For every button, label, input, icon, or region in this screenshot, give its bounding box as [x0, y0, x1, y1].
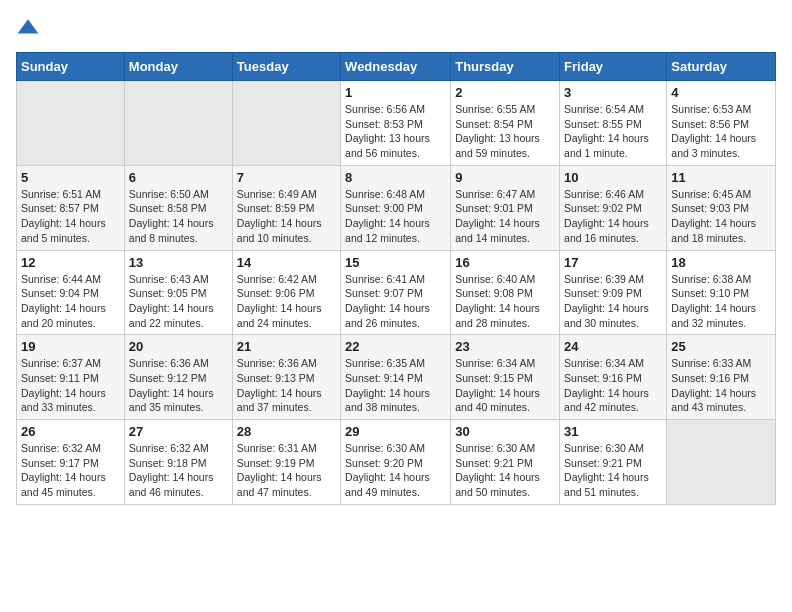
calendar-day-cell: 9Sunrise: 6:47 AMSunset: 9:01 PMDaylight…	[451, 165, 560, 250]
calendar-day-cell: 11Sunrise: 6:45 AMSunset: 9:03 PMDayligh…	[667, 165, 776, 250]
calendar-day-cell: 14Sunrise: 6:42 AMSunset: 9:06 PMDayligh…	[232, 250, 340, 335]
day-info: Sunrise: 6:38 AMSunset: 9:10 PMDaylight:…	[671, 272, 771, 331]
day-info: Sunrise: 6:46 AMSunset: 9:02 PMDaylight:…	[564, 187, 662, 246]
day-number: 2	[455, 85, 555, 100]
day-number: 3	[564, 85, 662, 100]
day-info: Sunrise: 6:30 AMSunset: 9:20 PMDaylight:…	[345, 441, 446, 500]
day-number: 4	[671, 85, 771, 100]
calendar-day-cell: 16Sunrise: 6:40 AMSunset: 9:08 PMDayligh…	[451, 250, 560, 335]
day-info: Sunrise: 6:31 AMSunset: 9:19 PMDaylight:…	[237, 441, 336, 500]
weekday-header-cell: Saturday	[667, 53, 776, 81]
day-number: 31	[564, 424, 662, 439]
calendar-day-cell: 10Sunrise: 6:46 AMSunset: 9:02 PMDayligh…	[560, 165, 667, 250]
calendar-day-cell: 12Sunrise: 6:44 AMSunset: 9:04 PMDayligh…	[17, 250, 125, 335]
calendar-day-cell: 21Sunrise: 6:36 AMSunset: 9:13 PMDayligh…	[232, 335, 340, 420]
page-header	[16, 16, 776, 40]
day-number: 30	[455, 424, 555, 439]
day-info: Sunrise: 6:39 AMSunset: 9:09 PMDaylight:…	[564, 272, 662, 331]
day-info: Sunrise: 6:42 AMSunset: 9:06 PMDaylight:…	[237, 272, 336, 331]
calendar-day-cell: 30Sunrise: 6:30 AMSunset: 9:21 PMDayligh…	[451, 420, 560, 505]
day-number: 13	[129, 255, 228, 270]
day-number: 23	[455, 339, 555, 354]
day-number: 19	[21, 339, 120, 354]
logo	[16, 16, 44, 40]
calendar-week-row: 1Sunrise: 6:56 AMSunset: 8:53 PMDaylight…	[17, 81, 776, 166]
day-info: Sunrise: 6:44 AMSunset: 9:04 PMDaylight:…	[21, 272, 120, 331]
day-info: Sunrise: 6:47 AMSunset: 9:01 PMDaylight:…	[455, 187, 555, 246]
calendar-day-cell: 22Sunrise: 6:35 AMSunset: 9:14 PMDayligh…	[341, 335, 451, 420]
day-info: Sunrise: 6:34 AMSunset: 9:15 PMDaylight:…	[455, 356, 555, 415]
day-number: 6	[129, 170, 228, 185]
calendar-week-row: 5Sunrise: 6:51 AMSunset: 8:57 PMDaylight…	[17, 165, 776, 250]
day-number: 25	[671, 339, 771, 354]
day-info: Sunrise: 6:36 AMSunset: 9:12 PMDaylight:…	[129, 356, 228, 415]
calendar-week-row: 19Sunrise: 6:37 AMSunset: 9:11 PMDayligh…	[17, 335, 776, 420]
day-info: Sunrise: 6:51 AMSunset: 8:57 PMDaylight:…	[21, 187, 120, 246]
logo-icon	[16, 16, 40, 40]
calendar-day-cell: 5Sunrise: 6:51 AMSunset: 8:57 PMDaylight…	[17, 165, 125, 250]
day-info: Sunrise: 6:34 AMSunset: 9:16 PMDaylight:…	[564, 356, 662, 415]
calendar-day-cell: 1Sunrise: 6:56 AMSunset: 8:53 PMDaylight…	[341, 81, 451, 166]
calendar-day-cell: 25Sunrise: 6:33 AMSunset: 9:16 PMDayligh…	[667, 335, 776, 420]
day-number: 22	[345, 339, 446, 354]
day-number: 15	[345, 255, 446, 270]
calendar-day-cell: 19Sunrise: 6:37 AMSunset: 9:11 PMDayligh…	[17, 335, 125, 420]
day-info: Sunrise: 6:30 AMSunset: 9:21 PMDaylight:…	[455, 441, 555, 500]
day-number: 17	[564, 255, 662, 270]
day-number: 16	[455, 255, 555, 270]
day-info: Sunrise: 6:45 AMSunset: 9:03 PMDaylight:…	[671, 187, 771, 246]
day-info: Sunrise: 6:48 AMSunset: 9:00 PMDaylight:…	[345, 187, 446, 246]
calendar-body: 1Sunrise: 6:56 AMSunset: 8:53 PMDaylight…	[17, 81, 776, 505]
calendar-day-cell: 24Sunrise: 6:34 AMSunset: 9:16 PMDayligh…	[560, 335, 667, 420]
day-info: Sunrise: 6:33 AMSunset: 9:16 PMDaylight:…	[671, 356, 771, 415]
calendar-day-cell: 3Sunrise: 6:54 AMSunset: 8:55 PMDaylight…	[560, 81, 667, 166]
day-number: 9	[455, 170, 555, 185]
day-info: Sunrise: 6:36 AMSunset: 9:13 PMDaylight:…	[237, 356, 336, 415]
day-info: Sunrise: 6:54 AMSunset: 8:55 PMDaylight:…	[564, 102, 662, 161]
calendar-day-cell: 29Sunrise: 6:30 AMSunset: 9:20 PMDayligh…	[341, 420, 451, 505]
day-number: 14	[237, 255, 336, 270]
day-info: Sunrise: 6:49 AMSunset: 8:59 PMDaylight:…	[237, 187, 336, 246]
weekday-header-cell: Thursday	[451, 53, 560, 81]
day-info: Sunrise: 6:43 AMSunset: 9:05 PMDaylight:…	[129, 272, 228, 331]
day-number: 29	[345, 424, 446, 439]
day-number: 12	[21, 255, 120, 270]
calendar-day-cell: 15Sunrise: 6:41 AMSunset: 9:07 PMDayligh…	[341, 250, 451, 335]
day-info: Sunrise: 6:32 AMSunset: 9:18 PMDaylight:…	[129, 441, 228, 500]
calendar-day-cell: 18Sunrise: 6:38 AMSunset: 9:10 PMDayligh…	[667, 250, 776, 335]
day-info: Sunrise: 6:32 AMSunset: 9:17 PMDaylight:…	[21, 441, 120, 500]
calendar-week-row: 26Sunrise: 6:32 AMSunset: 9:17 PMDayligh…	[17, 420, 776, 505]
day-number: 28	[237, 424, 336, 439]
day-info: Sunrise: 6:30 AMSunset: 9:21 PMDaylight:…	[564, 441, 662, 500]
day-info: Sunrise: 6:50 AMSunset: 8:58 PMDaylight:…	[129, 187, 228, 246]
calendar-day-cell: 17Sunrise: 6:39 AMSunset: 9:09 PMDayligh…	[560, 250, 667, 335]
calendar-day-cell: 2Sunrise: 6:55 AMSunset: 8:54 PMDaylight…	[451, 81, 560, 166]
calendar-week-row: 12Sunrise: 6:44 AMSunset: 9:04 PMDayligh…	[17, 250, 776, 335]
calendar-day-cell: 20Sunrise: 6:36 AMSunset: 9:12 PMDayligh…	[124, 335, 232, 420]
day-info: Sunrise: 6:40 AMSunset: 9:08 PMDaylight:…	[455, 272, 555, 331]
calendar-day-cell	[124, 81, 232, 166]
calendar-day-cell: 26Sunrise: 6:32 AMSunset: 9:17 PMDayligh…	[17, 420, 125, 505]
day-number: 1	[345, 85, 446, 100]
day-info: Sunrise: 6:56 AMSunset: 8:53 PMDaylight:…	[345, 102, 446, 161]
weekday-header-cell: Wednesday	[341, 53, 451, 81]
day-info: Sunrise: 6:35 AMSunset: 9:14 PMDaylight:…	[345, 356, 446, 415]
day-number: 27	[129, 424, 228, 439]
day-info: Sunrise: 6:41 AMSunset: 9:07 PMDaylight:…	[345, 272, 446, 331]
calendar-day-cell	[232, 81, 340, 166]
calendar-table: SundayMondayTuesdayWednesdayThursdayFrid…	[16, 52, 776, 505]
calendar-day-cell: 13Sunrise: 6:43 AMSunset: 9:05 PMDayligh…	[124, 250, 232, 335]
weekday-header-cell: Sunday	[17, 53, 125, 81]
day-number: 18	[671, 255, 771, 270]
day-info: Sunrise: 6:53 AMSunset: 8:56 PMDaylight:…	[671, 102, 771, 161]
weekday-header-row: SundayMondayTuesdayWednesdayThursdayFrid…	[17, 53, 776, 81]
weekday-header-cell: Monday	[124, 53, 232, 81]
calendar-day-cell: 4Sunrise: 6:53 AMSunset: 8:56 PMDaylight…	[667, 81, 776, 166]
day-number: 21	[237, 339, 336, 354]
calendar-day-cell	[667, 420, 776, 505]
day-number: 10	[564, 170, 662, 185]
day-number: 11	[671, 170, 771, 185]
weekday-header-cell: Tuesday	[232, 53, 340, 81]
calendar-day-cell: 31Sunrise: 6:30 AMSunset: 9:21 PMDayligh…	[560, 420, 667, 505]
calendar-day-cell: 27Sunrise: 6:32 AMSunset: 9:18 PMDayligh…	[124, 420, 232, 505]
